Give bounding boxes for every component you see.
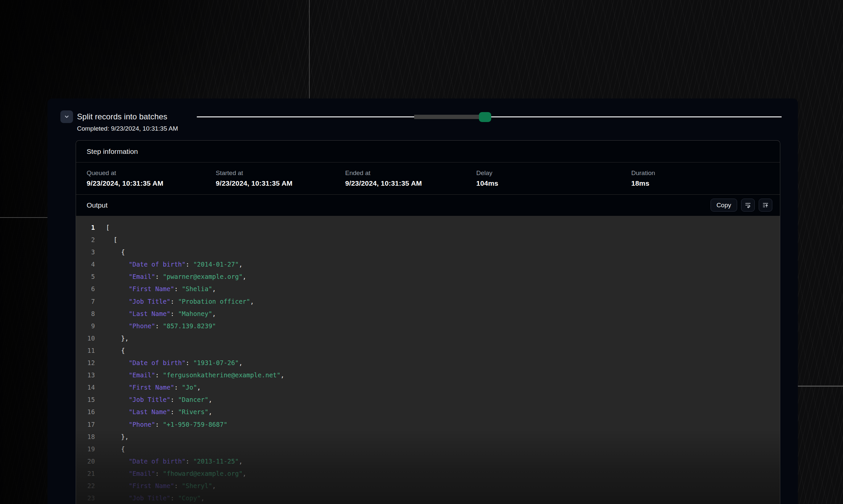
timeline-delay-segment [414, 115, 480, 119]
meta-value: 9/23/2024, 10:31:35 AM [345, 179, 476, 188]
code-line: 7 "Job Title": "Probation officer", [76, 295, 780, 308]
line-number: 2 [76, 234, 95, 246]
code-text: "Job Title": "Dancer", [106, 396, 212, 403]
meta-value: 9/23/2024, 10:31:35 AM [87, 179, 216, 188]
code-line: 17 "Phone": "+1-950-759-8687" [76, 418, 780, 431]
meta-delay: Delay 104ms [476, 169, 631, 188]
code-line: 20 "Date of birth": "2013-11-25", [76, 455, 780, 468]
code-text: "Date of birth": "2013-11-25", [106, 457, 243, 465]
output-title: Output [87, 201, 107, 209]
output-code-viewer[interactable]: 1[2 [3 {4 "Date of birth": "2014-01-27",… [76, 216, 780, 504]
line-number: 8 [76, 308, 95, 320]
chevron-down-icon [64, 114, 70, 120]
meta-label: Started at [216, 169, 345, 177]
code-line: 4 "Date of birth": "2014-01-27", [76, 258, 780, 271]
line-number: 15 [76, 394, 95, 406]
line-number: 11 [76, 344, 95, 357]
meta-label: Delay [476, 169, 631, 177]
line-number: 3 [76, 246, 95, 258]
code-line: 6 "First Name": "Shelia", [76, 283, 780, 295]
code-line: 12 "Date of birth": "1931-07-26", [76, 357, 780, 369]
code-text: "Phone": "857.139.8239" [106, 322, 216, 329]
line-number: 13 [76, 369, 95, 381]
line-number: 14 [76, 381, 95, 394]
step-information-header: Step information [76, 141, 780, 162]
code-text: "Job Title": "Copy", [106, 494, 204, 502]
code-line: 9 "Phone": "857.139.8239" [76, 320, 780, 332]
code-line: 19 { [76, 443, 780, 455]
code-text: "First Name": "Jo", [106, 384, 201, 391]
meta-label: Ended at [345, 169, 476, 177]
meta-duration: Duration 18ms [631, 169, 780, 188]
code-text: }, [106, 335, 129, 342]
line-number: 4 [76, 258, 95, 271]
code-line: 2 [ [76, 234, 780, 246]
code-text: "Email": "fhoward@example.org", [106, 470, 246, 477]
line-number: 19 [76, 443, 95, 455]
code-line: 5 "Email": "pwarner@example.org", [76, 271, 780, 283]
step-title: Split records into batches [77, 112, 167, 121]
code-line: 23 "Job Title": "Copy", [76, 492, 780, 504]
code-line: 10 }, [76, 332, 780, 344]
line-number: 6 [76, 283, 95, 295]
code-text: [ [106, 224, 109, 231]
meta-value: 18ms [631, 179, 780, 188]
line-number: 18 [76, 431, 95, 443]
line-number: 17 [76, 418, 95, 431]
code-line: 22 "First Name": "Sheryl", [76, 480, 780, 492]
meta-value: 9/23/2024, 10:31:35 AM [216, 179, 345, 188]
step-status: Completed: 9/23/2024, 10:31:35 AM [77, 125, 178, 133]
code-text: { [106, 445, 125, 453]
code-text: "Phone": "+1-950-759-8687" [106, 421, 227, 428]
copy-button[interactable]: Copy [710, 199, 737, 212]
code-text: "Date of birth": "1931-07-26", [106, 359, 243, 366]
code-text: { [106, 248, 125, 256]
code-line: 15 "Job Title": "Dancer", [76, 394, 780, 406]
code-text: }, [106, 433, 129, 440]
collapse-step-button[interactable] [61, 110, 73, 123]
line-number: 7 [76, 295, 95, 308]
code-text: "Last Name": "Rivers", [106, 408, 212, 415]
wrap-text-button[interactable] [741, 199, 755, 212]
code-line: 8 "Last Name": "Mahoney", [76, 308, 780, 320]
code-line: 21 "Email": "fhoward@example.org", [76, 468, 780, 480]
code-text: "Email": "pwarner@example.org", [106, 273, 246, 280]
line-number: 21 [76, 468, 95, 480]
meta-value: 104ms [476, 179, 631, 188]
meta-label: Queued at [87, 169, 216, 177]
line-number: 22 [76, 480, 95, 492]
output-toolbar: Output Copy [76, 195, 780, 216]
code-text: "Email": "fergusonkatherine@example.net"… [106, 371, 285, 379]
line-number: 16 [76, 406, 95, 418]
code-line: 16 "Last Name": "Rivers", [76, 406, 780, 418]
timeline-handle[interactable] [479, 112, 491, 122]
output-actions: Copy [710, 199, 772, 212]
background-horizontal-line-left [0, 217, 48, 218]
code-lines: 1[2 [3 {4 "Date of birth": "2014-01-27",… [76, 221, 780, 504]
line-number: 5 [76, 271, 95, 283]
run-timeline [197, 112, 781, 122]
wrap-text-icon [744, 202, 752, 209]
code-text: "First Name": "Sheryl", [106, 482, 216, 489]
code-text: "Job Title": "Probation officer", [106, 298, 254, 305]
line-number: 20 [76, 455, 95, 468]
line-number: 1 [76, 221, 95, 234]
code-line: 14 "First Name": "Jo", [76, 381, 780, 394]
line-number: 10 [76, 332, 95, 344]
meta-label: Duration [631, 169, 780, 177]
background-horizontal-line-right [798, 385, 843, 386]
code-line: 1[ [76, 221, 780, 234]
code-text: { [106, 347, 125, 354]
code-line: 18 }, [76, 431, 780, 443]
jump-to-top-button[interactable] [759, 199, 772, 212]
meta-queued-at: Queued at 9/23/2024, 10:31:35 AM [87, 169, 216, 188]
line-number: 9 [76, 320, 95, 332]
step-detail-panel: Split records into batches Completed: 9/… [48, 98, 798, 504]
line-number: 23 [76, 492, 95, 504]
step-meta-row: Queued at 9/23/2024, 10:31:35 AM Started… [76, 162, 780, 195]
page-background: Split records into batches Completed: 9/… [0, 0, 843, 504]
jump-to-top-icon [762, 202, 769, 209]
code-text: "First Name": "Shelia", [106, 285, 216, 292]
step-information-box: Step information Queued at 9/23/2024, 10… [76, 140, 780, 504]
code-text: [ [106, 236, 117, 244]
